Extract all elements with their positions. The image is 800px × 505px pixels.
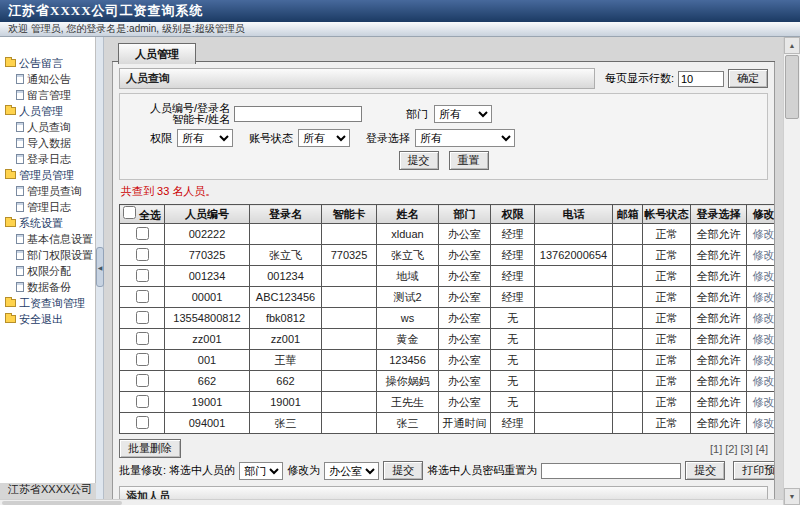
table-cell: 经理 [491,266,535,287]
scroll-down-icon[interactable]: ▼ [784,488,800,505]
per-page-input[interactable] [678,71,724,87]
page-link[interactable]: [1] [710,443,722,455]
row-checkbox[interactable] [136,269,149,282]
horizontal-scrollbar-thumb[interactable] [2,501,122,505]
table-cell: 001234 [165,266,250,287]
modify-link[interactable]: 修改 [753,417,775,429]
sidebar-item[interactable]: 通知公告 [5,71,95,87]
modify-link[interactable]: 修改 [753,375,775,387]
row-checkbox[interactable] [136,248,149,261]
table-cell: 正常 [643,308,691,329]
print-preview-button[interactable]: 打印预览 [733,461,775,480]
table-cell [535,287,613,308]
row-checkbox[interactable] [136,395,149,408]
scrollbar-thumb[interactable] [785,55,799,119]
account-status-label: 账号状态 [249,131,293,146]
sidebar: 公告留言通知公告留言管理人员管理人员查询导入数据登录日志管理员管理管理员查询管理… [0,37,96,483]
sidebar-item[interactable]: 留言管理 [5,87,95,103]
row-checkbox[interactable] [136,227,149,240]
sidebar-item[interactable]: 安全退出 [5,311,95,327]
table-row: 001王華123456办公室无正常全部允许修改 [120,350,776,371]
sidebar-collapse-button[interactable]: ◀ [96,247,104,287]
table-cell: 001234 [250,266,322,287]
table-cell: 张三 [377,413,439,434]
table-cell: 无 [491,329,535,350]
table-cell [535,392,613,413]
sidebar-item[interactable]: 数据备份 [5,279,95,295]
table-cell: xlduan [377,224,439,245]
folder-icon [5,59,16,67]
row-select-cell [120,308,165,329]
sidebar-item[interactable]: 人员管理 [5,103,95,119]
modify-cell: 修改 [747,371,776,392]
sidebar-item[interactable]: 管理日志 [5,199,95,215]
modify-link[interactable]: 修改 [753,270,775,282]
horizontal-scrollbar[interactable] [0,499,783,505]
column-header: 登录选择 [691,205,747,224]
batch-modify-label: 批量修改: 将选中人员的 [119,463,235,478]
vertical-scrollbar[interactable]: ▲ ▼ [783,37,800,505]
table-cell: 770325 [322,245,377,266]
modify-link[interactable]: 修改 [753,291,775,303]
scroll-up-icon[interactable]: ▲ [784,37,800,54]
row-checkbox[interactable] [136,290,149,303]
tab-personnel-management[interactable]: 人员管理 [118,43,196,64]
dept-select[interactable]: 所有 [434,105,492,123]
sidebar-item[interactable]: 管理员管理 [5,167,95,183]
batch-modify-submit-button[interactable]: 提交 [383,461,423,480]
sidebar-item-label: 安全退出 [19,312,63,327]
table-row: 002222xlduan办公室经理正常全部允许修改 [120,224,776,245]
modify-link[interactable]: 修改 [753,312,775,324]
table-cell: 全部允许 [691,413,747,434]
sidebar-item[interactable]: 人员查询 [5,119,95,135]
table-cell [322,287,377,308]
row-checkbox[interactable] [136,311,149,324]
row-checkbox[interactable] [136,374,149,387]
per-page-confirm-button[interactable]: 确定 [728,69,768,88]
row-checkbox[interactable] [136,353,149,366]
sidebar-item[interactable]: 登录日志 [5,151,95,167]
table-cell [535,329,613,350]
batch-delete-button[interactable]: 批量删除 [119,439,181,458]
batch-field-select[interactable]: 部门 [239,462,283,480]
sidebar-item[interactable]: 管理员查询 [5,183,95,199]
sidebar-item-label: 公告留言 [19,56,63,71]
modify-link[interactable]: 修改 [753,249,775,261]
sidebar-item[interactable]: 工资查询管理 [5,295,95,311]
select-all-checkbox[interactable] [123,206,136,219]
welcome-bar: 欢迎 管理员, 您的登录名是:admin, 级别是:超级管理员 [0,22,800,37]
document-icon [16,234,24,244]
row-checkbox[interactable] [136,416,149,429]
search-reset-button[interactable]: 重置 [449,151,489,170]
sidebar-item[interactable]: 基本信息设置 [5,231,95,247]
person-search-input[interactable] [234,106,362,122]
modify-link[interactable]: 修改 [753,228,775,240]
table-row: 00001ABC123456测试2办公室经理正常全部允许修改 [120,287,776,308]
batch-target-select[interactable]: 办公室 [324,462,379,480]
table-cell: 002222 [165,224,250,245]
table-cell: 办公室 [439,266,491,287]
sidebar-item[interactable]: 权限分配 [5,263,95,279]
account-status-select[interactable]: 所有 [298,129,350,147]
sidebar-item[interactable]: 公告留言 [5,55,95,71]
page-link[interactable]: [2] [725,443,737,455]
table-cell: 无 [491,308,535,329]
modify-link[interactable]: 修改 [753,396,775,408]
reset-password-input[interactable] [541,463,681,479]
page-link[interactable]: [4] [756,443,768,455]
priv-select[interactable]: 所有 [177,129,233,147]
sidebar-item[interactable]: 部门权限设置 [5,247,95,263]
sidebar-item[interactable]: 系统设置 [5,215,95,231]
modify-link[interactable]: 修改 [753,354,775,366]
personnel-panel: 人员查询 每页显示行数: 确定 人员编号/登录名 智能卡/姓名 [112,62,775,499]
row-checkbox[interactable] [136,332,149,345]
page-link[interactable]: [3] [741,443,753,455]
search-submit-button[interactable]: 提交 [399,151,439,170]
table-cell [535,413,613,434]
modify-link[interactable]: 修改 [753,333,775,345]
reset-password-submit-button[interactable]: 提交 [685,461,725,480]
sidebar-item[interactable]: 导入数据 [5,135,95,151]
folder-icon [5,107,16,115]
row-select-cell [120,224,165,245]
login-choice-select[interactable]: 所有 [415,129,515,147]
